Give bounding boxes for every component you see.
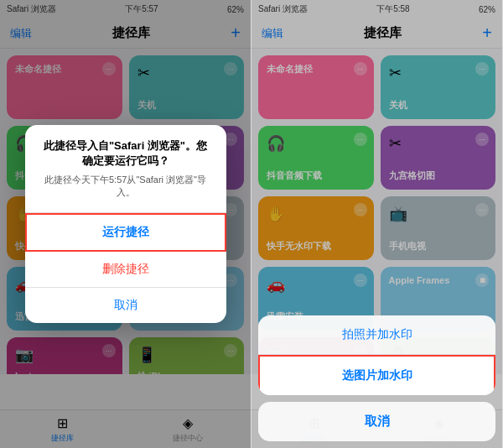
- action-sheet: 拍照并加水印 选图片加水印 取消: [258, 315, 495, 441]
- dialog-actions: 运行捷径 删除捷径 取消: [25, 212, 226, 323]
- action-sheet-overlay: 拍照并加水印 选图片加水印 取消: [252, 0, 502, 448]
- dialog-message: 此捷径今天下午5:57从"Safari 浏览器"导入。: [42, 174, 210, 200]
- dialog-title: 此捷径导入自"Safari 浏览器"。您确定要运行它吗？: [42, 138, 210, 169]
- action-sheet-cancel-button[interactable]: 取消: [258, 402, 495, 441]
- select-photo-watermark-button[interactable]: 选图片加水印: [258, 355, 495, 395]
- run-shortcut-button[interactable]: 运行捷径: [25, 213, 226, 252]
- cancel-dialog-button[interactable]: 取消: [25, 288, 226, 323]
- run-shortcut-dialog: 此捷径导入自"Safari 浏览器"。您确定要运行它吗？ 此捷径今天下午5:57…: [25, 125, 226, 324]
- dialog-body: 此捷径导入自"Safari 浏览器"。您确定要运行它吗？ 此捷径今天下午5:57…: [25, 125, 226, 213]
- delete-shortcut-button[interactable]: 删除捷径: [25, 252, 226, 288]
- action-sheet-cancel-group: 取消: [258, 402, 495, 441]
- dialog-overlay: 此捷径导入自"Safari 浏览器"。您确定要运行它吗？ 此捷径今天下午5:57…: [0, 0, 251, 448]
- right-panel: Safari 浏览器 下午5:58 62% 编辑 捷径库 + ··· 未命名捷径…: [252, 0, 503, 448]
- action-sheet-group: 拍照并加水印 选图片加水印: [258, 315, 495, 395]
- take-photo-watermark-button[interactable]: 拍照并加水印: [258, 315, 495, 355]
- left-panel: Safari 浏览器 下午5:57 62% 编辑 捷径库 + ··· 未命名捷径…: [0, 0, 252, 448]
